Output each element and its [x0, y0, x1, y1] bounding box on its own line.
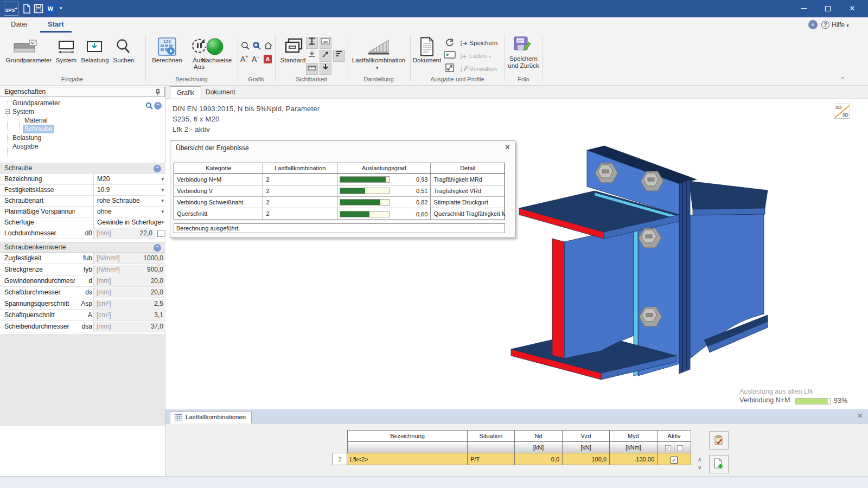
graphics-canvas[interactable]: DIN EN 1993:2015, N bis 5%Npld, Paramete…: [165, 99, 868, 409]
dialog-close-icon[interactable]: ✕: [505, 143, 510, 151]
refresh-icon[interactable]: [445, 38, 455, 48]
suchen-button[interactable]: Suchen: [111, 57, 137, 63]
aktiv-cell: ✓: [658, 453, 691, 465]
profil-laden-button[interactable]: Laden ▾: [460, 52, 491, 60]
profil-speichern-button[interactable]: Speichern: [460, 39, 497, 47]
tree-collapse-all-icon[interactable]: ⌃: [154, 102, 162, 110]
tree-collapse-icon[interactable]: −: [5, 109, 10, 114]
edit-lfk-button[interactable]: [709, 431, 729, 450]
save-icon[interactable]: [34, 4, 43, 14]
word-export-icon[interactable]: W: [46, 4, 55, 14]
tab-dokument[interactable]: Dokument: [199, 86, 242, 99]
pin-icon[interactable]: [155, 89, 161, 95]
tab-start[interactable]: Start: [40, 17, 72, 33]
help-icon[interactable]: ?: [821, 21, 829, 29]
system-button[interactable]: System: [54, 57, 78, 63]
schraubenart-combo[interactable]: rohe Schraube▾: [94, 196, 166, 206]
view-2d3d-toggle[interactable]: 2D3D: [834, 104, 850, 119]
font-decrease-icon[interactable]: A−: [252, 54, 260, 63]
info-line-norm: DIN EN 1993:2015, N bis 5%Npld, Paramete…: [173, 105, 320, 113]
zoom-home-icon[interactable]: [264, 41, 273, 50]
add-lfk-button[interactable]: [709, 455, 729, 473]
tab-grafik[interactable]: Grafik: [170, 86, 201, 99]
system-icon: [58, 39, 75, 55]
scherfuge-combo[interactable]: Gewinde in Scherfuge▾: [94, 217, 166, 228]
belastung-button[interactable]: Belastung: [79, 57, 111, 63]
legend-title: Auslastung aus allen Lfk: [739, 388, 864, 395]
minimize-button[interactable]: [791, 0, 816, 17]
close-button[interactable]: ✕: [840, 0, 865, 17]
row-down-icon[interactable]: ∨: [698, 465, 701, 470]
dialog-title: Übersicht der Ergebnisse: [176, 144, 249, 152]
lastfallkombination-dropdown-icon[interactable]: ▾: [376, 65, 379, 70]
toggle-dimension-icon[interactable]: [320, 50, 331, 62]
lfk-table-row[interactable]: 2 Lfk<2> P/T 0,0 100,0 -130,00 ✓: [333, 453, 691, 465]
new-document-icon[interactable]: [22, 4, 31, 14]
preview-icon[interactable]: [444, 50, 456, 59]
toggle-supports-icon[interactable]: [306, 50, 318, 62]
font-color-icon[interactable]: A: [264, 55, 272, 63]
tree-item-grundparameter[interactable]: Grundparameter: [11, 99, 62, 107]
tree-item-schraube[interactable]: Schraube: [23, 125, 54, 133]
prop-row-bezeichnung: Bezeichnung M20▾: [0, 174, 165, 185]
section-collapse-icon[interactable]: ⌃: [154, 244, 161, 252]
row-up-icon[interactable]: ∧: [698, 457, 701, 463]
tree-item-material[interactable]: Material: [23, 116, 49, 125]
tree-item-belastung[interactable]: Belastung: [11, 133, 43, 142]
lastfall-panel: Lastfallkombinationen ✕ Bezeichnung Situ…: [165, 409, 868, 476]
lochdurchmesser-override-checkbox[interactable]: [157, 230, 164, 237]
section-collapse-icon[interactable]: ⌃: [154, 165, 161, 172]
tab-datei[interactable]: Datei: [3, 17, 35, 33]
results-table: Kategorie Lastfallkombination Auslastung…: [174, 163, 505, 220]
3d-beam-model[interactable]: [488, 125, 846, 386]
nd-cell[interactable]: 0,0: [515, 453, 563, 465]
profil-verwalten-button[interactable]: Verwalten: [460, 65, 497, 73]
panel-close-icon[interactable]: ✕: [857, 412, 863, 420]
toggle-numbering-icon[interactable]: [333, 50, 345, 62]
group-label-grafik: Grafik: [238, 76, 275, 82]
zoom-icon[interactable]: [241, 41, 250, 50]
graphics-area: Grafik Dokument DIN EN 1993:2015, N bis …: [165, 86, 868, 409]
help-menu[interactable]: Hilfe ▾: [832, 21, 849, 29]
properties-header: Eigenschaften: [0, 87, 165, 97]
lfk-name-cell[interactable]: Lfk<2>: [347, 453, 468, 465]
nachweise-button[interactable]: Nachweise: [199, 57, 234, 63]
berechnen-button[interactable]: Berechnen: [150, 57, 184, 63]
spannungsquerschnitt-field: [cm²]2,5: [94, 299, 166, 309]
toggle-ruler-icon[interactable]: [306, 63, 318, 75]
speichern-zurueck-button[interactable]: Speichern und Zurück: [506, 55, 541, 69]
bezeichnung-combo[interactable]: M20▾: [94, 174, 166, 184]
myd-cell[interactable]: -130,00: [610, 453, 658, 465]
tree-item-system[interactable]: System: [11, 107, 36, 116]
uncheck-all-checkbox[interactable]: [677, 445, 683, 451]
situation-cell[interactable]: P/T: [468, 453, 515, 465]
dokument-button[interactable]: Dokument: [410, 57, 444, 63]
standard-view-icon: [284, 37, 304, 55]
tree-item-ausgabe[interactable]: Ausgabe: [11, 142, 40, 151]
quick-toolbar-overflow-icon[interactable]: ▾: [60, 5, 62, 11]
toggle-section-icon[interactable]: [306, 37, 318, 49]
ribbon-collapse-icon[interactable]: ⌃: [840, 76, 845, 84]
utilization-bar: [340, 176, 390, 183]
font-increase-icon[interactable]: A+: [240, 54, 248, 63]
table-row: Querschnitt 2 0,60 Querschnitt Tragfähig…: [174, 208, 505, 220]
collapse-ribbon-icon[interactable]: «: [808, 20, 818, 29]
expand-icon[interactable]: [445, 63, 455, 73]
tab-lastfallkombinationen[interactable]: Lastfallkombinationen: [170, 411, 252, 423]
toggle-loads-icon[interactable]: [320, 63, 331, 75]
table-row: Verbindung Schweißnaht 2 0,82 Stirnplatt…: [174, 197, 505, 208]
prop-row-scheibendurchmesser: Scheibendurchmesser dsa [mm]37,0: [0, 322, 165, 332]
app-logo-icon[interactable]: SPS+: [4, 2, 18, 16]
check-all-checkbox[interactable]: ✓: [665, 445, 671, 451]
zoom-window-icon[interactable]: [252, 41, 261, 50]
toggle-labels-icon[interactable]: abl: [320, 37, 331, 49]
lastfallkombination-button[interactable]: Lastfallkombination: [349, 57, 409, 63]
vzd-cell[interactable]: 100,0: [563, 453, 610, 465]
standard-button[interactable]: Standard: [277, 57, 309, 63]
maximize-button[interactable]: [815, 0, 840, 17]
grundparameter-button[interactable]: Grundparameter: [3, 57, 54, 63]
vorspannung-combo[interactable]: ohne▾: [94, 207, 166, 217]
aktiv-checkbox[interactable]: ✓: [671, 457, 678, 464]
tree-search-icon[interactable]: [145, 102, 153, 110]
festigkeitsklasse-combo[interactable]: 10.9▾: [94, 185, 166, 195]
